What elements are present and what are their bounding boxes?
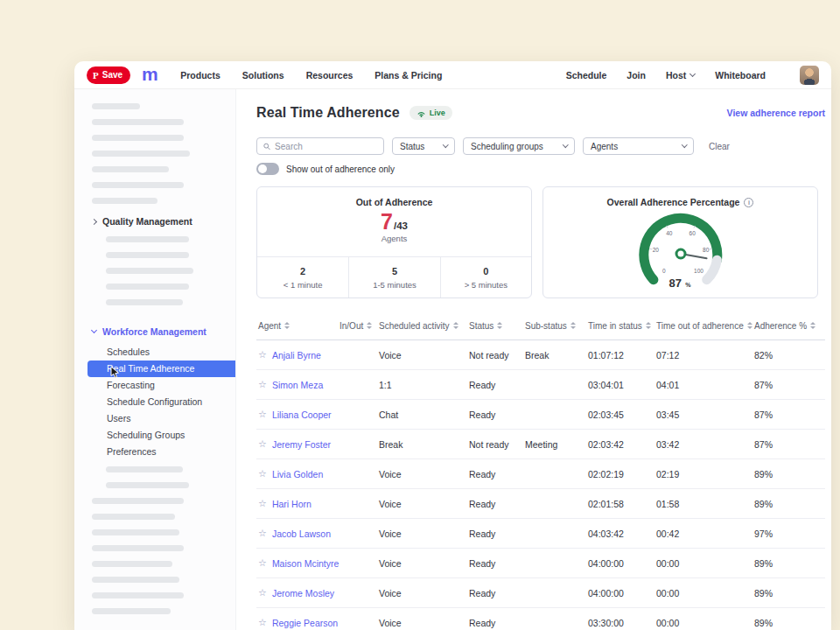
bucket: 2 < 1 minute (257, 257, 348, 298)
agent-name-link[interactable]: Jerome Mosley (272, 588, 334, 598)
star-icon[interactable]: ☆ (258, 469, 267, 479)
agent-name-link[interactable]: Hari Horn (272, 499, 312, 509)
scheduled-activity-cell: Voice (377, 558, 467, 569)
star-icon[interactable]: ☆ (258, 558, 267, 568)
skeleton-bar (92, 198, 158, 204)
column-label: Scheduled activity (379, 321, 450, 331)
column-header[interactable]: Sub-status (523, 321, 586, 331)
column-header[interactable]: In/Out (338, 321, 377, 331)
clear-filters-button[interactable]: Clear (709, 142, 730, 151)
status-dropdown[interactable]: Status (392, 137, 455, 155)
agent-name-link[interactable]: Simon Meza (272, 380, 323, 390)
skeleton-bar (106, 236, 189, 242)
nav-link-plans-pricing[interactable]: Plans & Pricing (374, 70, 442, 80)
brand-logo[interactable]: m (142, 64, 158, 85)
user-avatar[interactable] (800, 66, 819, 85)
skeleton-bar (92, 182, 184, 188)
section-label: Workforce Management (102, 326, 206, 337)
view-adherence-report-link[interactable]: View adherence report (727, 108, 825, 118)
agent-name-link[interactable]: Jacob Lawson (272, 528, 331, 539)
page-title: Real Time Adherence (256, 105, 400, 121)
sidebar-item-preferences[interactable]: Preferences (74, 444, 235, 460)
search-box (256, 137, 384, 155)
star-icon[interactable]: ☆ (258, 588, 267, 598)
time-in-status-cell: 02:02:19 (586, 469, 654, 480)
sidebar-submenu: Schedules Real Time Adherence Forecastin… (74, 344, 235, 460)
nav-link-resources[interactable]: Resources (306, 70, 354, 80)
table-row: ☆ Anjali Byrne Voice Not ready Break 01:… (256, 340, 825, 370)
star-icon[interactable]: ☆ (258, 439, 267, 449)
star-icon[interactable]: ☆ (258, 380, 267, 389)
secondary-nav-links: Schedule Join Host Whiteboard (566, 66, 819, 85)
gauge-tick-20: 20 (652, 247, 659, 253)
nav-link-schedule[interactable]: Schedule (566, 70, 607, 80)
sidebar-item-schedule-configuration[interactable]: Schedule Configuration (74, 394, 235, 410)
column-header[interactable]: Adherence % (752, 321, 825, 331)
nav-link-solutions[interactable]: Solutions (242, 70, 284, 80)
pinterest-save-button[interactable]: P Save (87, 66, 130, 84)
bucket-value: 2 (300, 266, 305, 276)
agents-dropdown[interactable]: Agents (583, 137, 694, 155)
agent-name-link[interactable]: Anjali Byrne (272, 350, 321, 360)
skeleton-bar (92, 577, 179, 583)
count-unit: Agents (257, 234, 531, 243)
status-cell: Ready (467, 469, 523, 480)
sidebar-item-label: Real Time Adherence (107, 363, 194, 374)
search-input[interactable] (275, 142, 377, 151)
info-icon[interactable]: i (744, 198, 753, 207)
bucket-label: 1-5 minutes (373, 280, 416, 290)
time-out-of-adherence-cell: 00:42 (654, 528, 752, 539)
main-content: Real Time Adherence Live View adherence … (236, 89, 831, 630)
sort-icon (284, 322, 290, 329)
column-header[interactable]: Agent (256, 321, 338, 331)
column-header[interactable]: Time out of adherence (654, 321, 752, 331)
column-header[interactable]: Time in status (586, 321, 654, 331)
star-icon[interactable]: ☆ (258, 528, 267, 538)
star-icon[interactable]: ☆ (258, 499, 267, 508)
sidebar-section-workforce-management[interactable]: Workforce Management (74, 326, 235, 337)
substatus-cell: Meeting (523, 439, 586, 450)
sort-icon (570, 322, 576, 329)
nav-link-join[interactable]: Join (626, 70, 646, 80)
adherence-cell: 89% (752, 618, 825, 628)
scheduling-groups-label: Scheduling groups (471, 142, 543, 151)
nav-link-whiteboard[interactable]: Whiteboard (715, 70, 766, 80)
skeleton-bar (106, 268, 193, 274)
agent-cell: ☆ Anjali Byrne (256, 350, 338, 360)
card-title-label: Overall Adherence Percentage (607, 197, 740, 207)
star-icon[interactable]: ☆ (258, 350, 267, 360)
agent-cell: ☆ Hari Horn (256, 499, 338, 509)
sidebar-item-scheduling-groups[interactable]: Scheduling Groups (74, 427, 235, 444)
agent-name-link[interactable]: Livia Golden (272, 469, 323, 480)
sidebar-item-real-time-adherence[interactable]: Real Time Adherence (88, 360, 235, 377)
star-icon[interactable]: ☆ (258, 410, 267, 419)
table-row: ☆ Simon Meza 1:1 Ready 03:04:01 (256, 370, 825, 400)
sidebar-item-forecasting[interactable]: Forecasting (74, 377, 235, 394)
sidebar-section-quality-management[interactable]: Quality Management (74, 216, 235, 227)
agent-cell: ☆ Jerome Mosley (256, 588, 338, 598)
adherence-cell: 89% (752, 558, 825, 569)
sidebar-item-users[interactable]: Users (74, 410, 235, 427)
column-header[interactable]: Scheduled activity (377, 321, 467, 331)
out-of-adherence-card: Out of Adherence 7 /43 Agents 2 < 1 minu (256, 186, 532, 298)
time-out-of-adherence-cell: 03:45 (654, 410, 752, 420)
skeleton-bar (92, 608, 171, 614)
status-cell: Ready (467, 618, 523, 628)
agent-name-link[interactable]: Reggie Pearson (272, 618, 338, 628)
table-row: ☆ Reggie Pearson Voice Ready 03:30:00 (256, 608, 825, 630)
agent-name-link[interactable]: Jeremy Foster (272, 439, 331, 450)
star-icon[interactable]: ☆ (258, 618, 267, 627)
nav-link-products[interactable]: Products (180, 70, 220, 80)
out-of-adherence-toggle[interactable] (256, 163, 279, 175)
agent-name-link[interactable]: Liliana Cooper (272, 410, 332, 420)
column-header[interactable]: Status (467, 321, 523, 331)
agent-cell: ☆ Reggie Pearson (256, 618, 338, 628)
scheduling-groups-dropdown[interactable]: Scheduling groups (463, 137, 575, 155)
gauge-tick-100: 100 (694, 268, 704, 274)
time-in-status-cell: 04:00:00 (586, 558, 654, 569)
sidebar-item-schedules[interactable]: Schedules (74, 344, 235, 360)
inout-cell (338, 410, 377, 420)
agent-name-link[interactable]: Maison Mcintyre (272, 558, 339, 569)
toggle-label: Show out of adherence only (286, 164, 395, 174)
nav-link-host[interactable]: Host (666, 70, 695, 80)
